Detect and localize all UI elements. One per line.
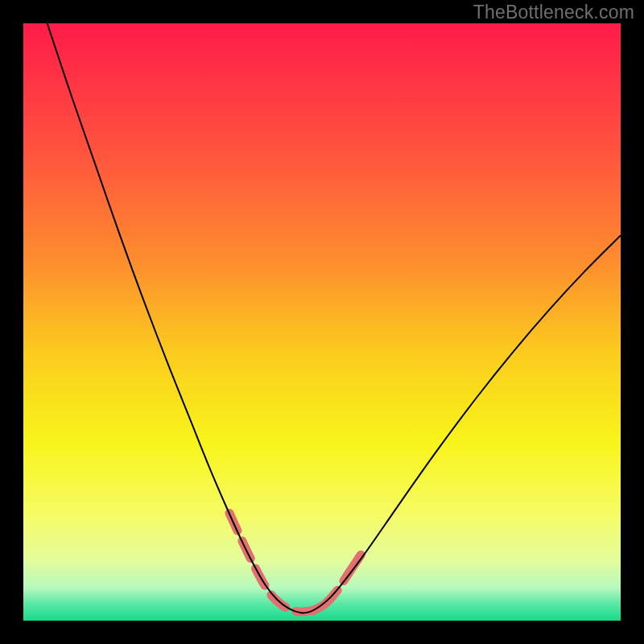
- gradient-background: [23, 23, 621, 621]
- bottleneck-curve-chart: [23, 23, 621, 621]
- watermark-text: TheBottleneck.com: [473, 2, 634, 23]
- chart-frame: TheBottleneck.com: [0, 0, 644, 644]
- plot-area: [23, 23, 621, 621]
